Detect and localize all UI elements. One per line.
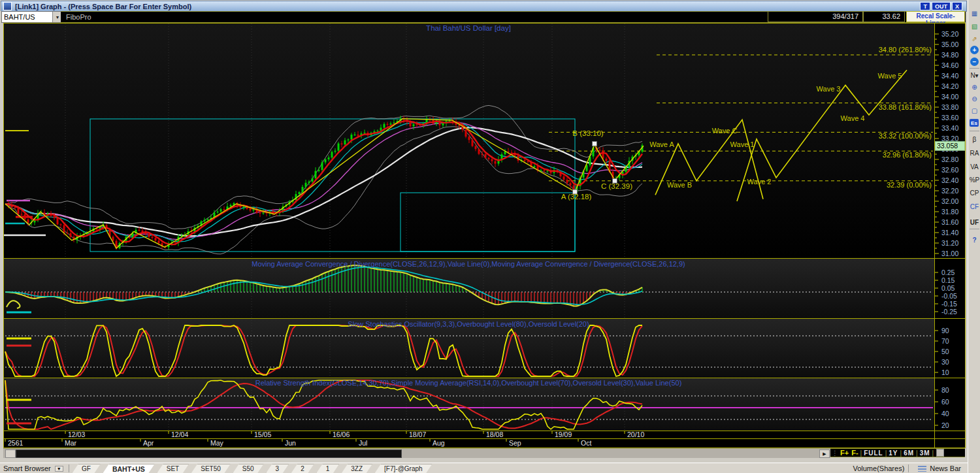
range-button-fplus[interactable]: F+ (840, 449, 849, 457)
remove-circle-icon[interactable]: − (970, 57, 979, 66)
price-tick-label: 35.20 (941, 30, 958, 38)
price-tick-label: 34.00 (941, 93, 958, 101)
export-icon[interactable]: ⇗ (970, 34, 979, 44)
stoch-tick-label: 30 (941, 358, 949, 366)
price-tick-label: 33.80 (941, 103, 958, 111)
cf-button[interactable]: CF (970, 202, 979, 212)
divider: | (916, 449, 918, 457)
font-dropdown[interactable]: N▾ (970, 71, 979, 80)
va-button[interactable]: VA (970, 162, 979, 172)
range-button-fminus[interactable]: F- (851, 449, 858, 457)
symbol-value: BAHT/US (4, 13, 35, 21)
month-tick-label: Aug (433, 439, 445, 447)
chart-scrollbar[interactable]: ▶ (3, 448, 830, 458)
divider (970, 68, 979, 69)
smart-browser-dropdown[interactable]: Smart Browser ▼ (0, 465, 66, 472)
status-right: Volume(Shares) News Bar (853, 465, 968, 472)
macd-tick-label: -0.05 (941, 292, 957, 300)
scrollbar-thumb[interactable] (16, 449, 402, 458)
fib-label: 32.39 (0.00%) (887, 181, 932, 189)
macd-tick-label: 0.25 (941, 269, 955, 276)
rsi-tick-label: 60 (941, 398, 949, 406)
date-tick-label: 15/05 (254, 431, 271, 438)
es-button[interactable]: Es (970, 119, 979, 127)
rsi-tick-label: 80 (941, 386, 949, 394)
price-tick-label: 35.00 (941, 41, 958, 48)
price-tick-label: 32.40 (941, 176, 958, 184)
last-trade-value: 33.62 (863, 11, 905, 22)
tab-set[interactable]: SET (157, 464, 189, 473)
wave-label: Wave 2 (747, 178, 772, 186)
divider: | (860, 449, 862, 457)
date-tick-label: 16/06 (333, 431, 350, 438)
range-button-6m[interactable]: 6M (904, 449, 914, 457)
rsi-tick-label: 20 (941, 421, 949, 429)
tab-3[interactable]: 3 (266, 464, 289, 473)
tab-3zz[interactable]: 3ZZ (341, 464, 372, 473)
add-circle-icon[interactable]: + (970, 46, 979, 54)
range-button-1y[interactable]: 1Y (889, 449, 898, 457)
wave-label: Wave 3 (817, 85, 841, 93)
date-tick-label: 18/08 (486, 431, 503, 438)
tab-2[interactable]: 2 (291, 464, 314, 473)
worksheet-icon[interactable]: ▦ (970, 8, 979, 18)
divider: | (932, 449, 934, 457)
recal-scale-button[interactable]: Recal Scale-Linear (906, 11, 965, 22)
chart-title: Thai Baht/US Dollar [day] (426, 24, 511, 32)
price-tick-label: 34.80 (941, 51, 958, 59)
price-tick-label: 33.40 (941, 124, 958, 132)
zoom-in-icon[interactable]: ⊕ (970, 82, 979, 92)
divider (69, 465, 69, 472)
news-bar-icon (918, 466, 926, 472)
divider (970, 229, 979, 229)
price-tick-label: 33.60 (941, 114, 958, 122)
date-tick-label: 18/07 (409, 431, 426, 438)
cp-button[interactable]: CP (970, 188, 979, 198)
ra-button[interactable]: RA (970, 148, 979, 158)
price-tick-label: 32.80 (941, 155, 958, 163)
percent-p-button[interactable]: %P (970, 175, 979, 185)
stoch-title: Slow Stochastics Oscillator(9,3,3),Overb… (348, 320, 589, 328)
wave-label: Wave 5 (878, 72, 902, 80)
chart-canvas[interactable]: 34.80 (261.80%)33.88 (161.80%)33.32 (100… (3, 23, 966, 457)
fib-label: 33.88 (161.80%) (879, 103, 932, 111)
zoom-out-icon[interactable]: ⊖ (970, 94, 979, 104)
volume-label[interactable]: Volume(Shares) (853, 465, 904, 472)
tab-baht-us[interactable]: BAHT+US (103, 464, 155, 473)
t-button[interactable]: T (920, 2, 930, 10)
smart-browser-label: Smart Browser (3, 465, 51, 472)
tab-gf[interactable]: GF (72, 464, 101, 473)
macd-title: Moving Average Convergence / Divergence(… (252, 260, 685, 268)
news-bar-label[interactable]: News Bar (930, 465, 961, 472)
stoch-tick-label: 70 (941, 337, 949, 345)
price-axis[interactable]: 35.2035.0034.8034.6034.4034.2034.0033.80… (935, 23, 966, 448)
date-tick-label: 12/04 (171, 431, 188, 438)
scroll-right-button[interactable]: ▶ (819, 449, 830, 458)
app-icon (3, 2, 12, 10)
beta-button[interactable]: β (970, 135, 979, 144)
range-button-full[interactable]: FULL (864, 449, 883, 457)
study-label: FiboPro (66, 13, 91, 21)
wave-label: Wave C (712, 127, 738, 135)
help-icon[interactable]: ? (970, 235, 979, 245)
symbol-combobox[interactable]: BAHT/US ▼ (1, 11, 63, 23)
tab-set50[interactable]: SET50 (191, 464, 231, 473)
tab--f7-graph[interactable]: [F7]-@Graph (374, 464, 433, 473)
uf-button[interactable]: UF (970, 218, 979, 227)
side-toolbar: ▦▧⇗+−N▾⊕⊖▢EsβRAVA%PCPCFUF? (968, 0, 980, 473)
chart-add-icon[interactable]: ▧ (970, 22, 979, 31)
close-button[interactable]: X (952, 2, 962, 10)
tab-s50[interactable]: S50 (233, 464, 264, 473)
month-tick-label: Jun (285, 439, 296, 447)
scroll-left-button[interactable] (5, 449, 16, 458)
abc-label: C (32.39) (601, 182, 632, 190)
wave-label: Wave 1 (730, 140, 755, 148)
tab-1[interactable]: 1 (316, 464, 340, 473)
price-tick-label: 31.00 (941, 250, 958, 257)
window-icon[interactable]: ▢ (970, 106, 979, 116)
symbol-toolbar: BAHT/US ▼ FiboPro 394/317 33.62 Recal Sc… (1, 11, 966, 23)
out-button[interactable]: OUT (932, 2, 951, 10)
bar-counter-value: 394/317 (768, 11, 863, 22)
date-tick-label: 19/09 (555, 431, 572, 438)
range-button-3m[interactable]: 3M (920, 449, 930, 457)
